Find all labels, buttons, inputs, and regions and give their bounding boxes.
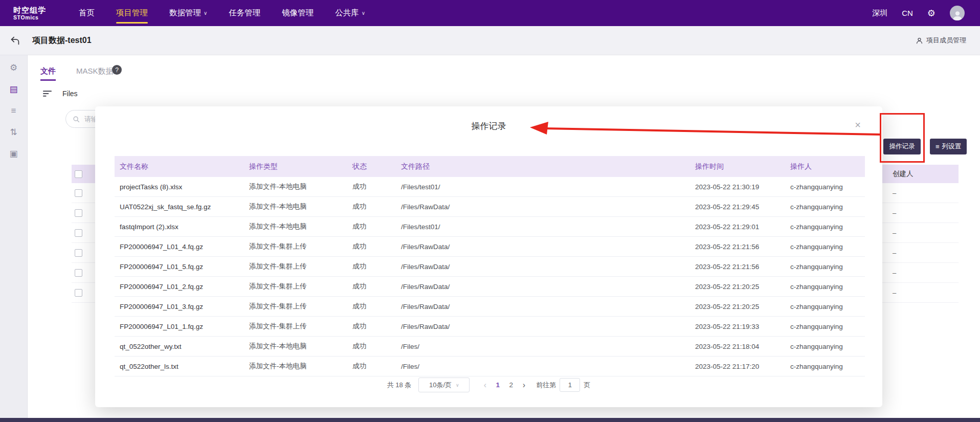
files-section-label: Files [62, 90, 78, 98]
settings-gear-icon[interactable]: ⚙ [927, 9, 936, 18]
page-number-2[interactable]: 2 [504, 381, 518, 389]
app-window: 时空组学 STOmics 首页项目管理数据管理∨任务管理镜像管理公共库∨ 深圳 … [0, 0, 980, 422]
table-row[interactable]: qt_0522other_ls.txt添加文件-本地电脑成功/Files/202… [115, 357, 865, 376]
row-checkbox[interactable] [75, 249, 82, 257]
chevron-down-icon: ∨ [456, 383, 459, 388]
data-list-icon[interactable]: ≡ [11, 106, 16, 115]
select-all-checkbox[interactable] [75, 170, 82, 178]
clipboard-icon[interactable]: ▣ [9, 149, 17, 158]
project-files-icon[interactable]: ▤ [9, 85, 17, 94]
goto-label-prefix: 前往第 [536, 381, 556, 390]
list-icon: ≡ [936, 143, 940, 150]
tab-mask-data[interactable]: MASK数据 [76, 66, 114, 76]
nav-item-5[interactable]: 镜像管理 [282, 0, 314, 26]
nav-items: 首页项目管理数据管理∨任务管理镜像管理公共库∨ [79, 0, 365, 26]
creator-column-header: 创建人 [893, 169, 914, 179]
table-row[interactable]: FP200006947_L01_2.fq.gz添加文件-集群上传成功/Files… [115, 277, 865, 297]
back-arrow-icon [10, 36, 20, 45]
column-header-3: 状态 [347, 156, 396, 177]
prev-page-button[interactable]: ‹ [479, 381, 491, 390]
stomics-logo[interactable]: 时空组学 STOmics [13, 6, 46, 20]
page-size-select[interactable]: 10条/页 ∨ [418, 377, 470, 392]
annotation-red-box [880, 113, 925, 163]
region-selector[interactable]: 深圳 [872, 8, 887, 18]
person-icon [952, 9, 963, 20]
row-checkbox[interactable] [75, 269, 82, 277]
table-row[interactable]: FP200006947_L01_4.fq.gz添加文件-集群上传成功/Files… [115, 237, 865, 257]
goto-label-suffix: 页 [584, 381, 590, 390]
filter-icon[interactable] [43, 90, 52, 99]
column-header-2: 操作类型 [244, 156, 347, 177]
table-row[interactable]: fastqImport (2).xlsx添加文件-本地电脑成功/Files/te… [115, 217, 865, 237]
sub-header: 项目数据-test01 项目成员管理 [0, 26, 980, 55]
table-row[interactable]: FP200006947_L01_1.fq.gz添加文件-集群上传成功/Files… [115, 317, 865, 337]
creator-cell: – [893, 269, 896, 277]
page-title: 项目数据-test01 [32, 35, 92, 46]
table-row[interactable]: UAT0522xj_sk_fastq_se.fg.gz添加文件-本地电脑成功/F… [115, 197, 865, 217]
creator-cell: – [893, 289, 896, 297]
nav-item-3[interactable]: 数据管理∨ [169, 0, 207, 26]
table-row[interactable]: qt_0522other_wy.txt添加文件-本地电脑成功/Files/202… [115, 337, 865, 357]
table-row[interactable]: FP200006947_L01_3.fq.gz添加文件-集群上传成功/Files… [115, 297, 865, 317]
operation-record-modal: 操作记录 × 文件名称操作类型状态文件路径操作时间操作人 projectTask… [95, 106, 882, 407]
column-header-4: 文件路径 [396, 156, 690, 177]
next-page-button[interactable]: › [518, 381, 530, 390]
back-button[interactable] [10, 36, 20, 45]
member-link-label: 项目成员管理 [926, 36, 966, 45]
column-header-6: 操作人 [785, 156, 865, 177]
table-row[interactable]: projectTasks (8).xlsx添加文件-本地电脑成功/Files/t… [115, 177, 865, 197]
modal-table-header-row: 文件名称操作类型状态文件路径操作时间操作人 [115, 156, 865, 177]
row-checkbox[interactable] [75, 209, 82, 217]
project-member-management-link[interactable]: 项目成员管理 [916, 36, 966, 45]
total-count: 共 18 条 [387, 381, 412, 390]
nav-item-4[interactable]: 任务管理 [229, 0, 260, 26]
user-avatar[interactable] [950, 6, 965, 20]
left-sidebar: ⚙▤≡⇅▣ [0, 55, 28, 422]
nav-item-1[interactable]: 首页 [79, 0, 95, 26]
creator-cell: – [893, 209, 896, 217]
tab-files[interactable]: 文件 [40, 66, 56, 76]
operation-record-table: 文件名称操作类型状态文件路径操作时间操作人 projectTasks (8).x… [115, 156, 865, 376]
modal-table-body: projectTasks (8).xlsx添加文件-本地电脑成功/Files/t… [115, 177, 865, 376]
row-checkbox[interactable] [75, 229, 82, 237]
logo-line1: 时空组学 [13, 6, 46, 14]
chevron-down-icon: ∨ [362, 10, 365, 16]
bottom-bar [0, 418, 980, 422]
chevron-down-icon: ∨ [204, 10, 207, 16]
nav-item-6[interactable]: 公共库∨ [335, 0, 365, 26]
column-settings-button[interactable]: ≡ 列设置 [930, 139, 967, 154]
creator-cell: – [893, 189, 896, 197]
row-checkbox[interactable] [75, 289, 82, 297]
nav-item-2[interactable]: 项目管理 [116, 0, 148, 26]
column-header-5: 操作时间 [690, 156, 785, 177]
table-row[interactable]: FP200006947_L01_5.fq.gz添加文件-集群上传成功/Files… [115, 257, 865, 277]
help-icon[interactable]: ? [112, 65, 122, 75]
member-person-icon [916, 37, 923, 45]
search-icon [73, 116, 80, 123]
settings-icon[interactable]: ⚙ [10, 63, 17, 72]
goto-page-input[interactable] [560, 378, 580, 392]
column-header-1: 文件名称 [115, 156, 244, 177]
nav-right: 深圳 CN ⚙ [872, 6, 965, 20]
row-checkbox[interactable] [75, 189, 82, 197]
pagination: 共 18 条 10条/页 ∨ ‹ 1 2 › 前往第 页 [95, 377, 882, 392]
creator-cell: – [893, 229, 896, 237]
task-flow-icon[interactable]: ⇅ [10, 128, 17, 137]
logo-line2: STOmics [13, 14, 46, 20]
operation-record-button[interactable]: 操作记录 [883, 139, 921, 154]
creator-cell: – [893, 249, 896, 257]
top-navigation: 时空组学 STOmics 首页项目管理数据管理∨任务管理镜像管理公共库∨ 深圳 … [0, 0, 980, 26]
page-number-1[interactable]: 1 [491, 381, 504, 389]
close-icon[interactable]: × [855, 120, 861, 130]
language-selector[interactable]: CN [902, 9, 913, 17]
modal-title: 操作记录 [95, 120, 882, 132]
